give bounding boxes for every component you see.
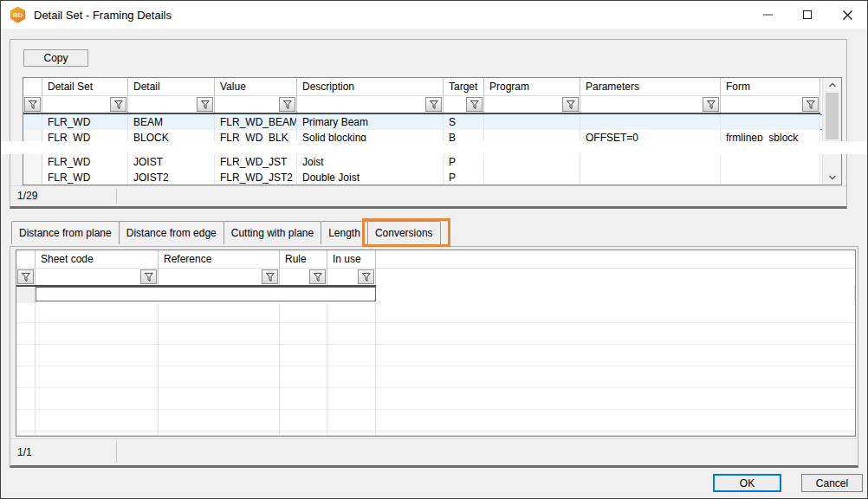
filter-cell[interactable] [444,95,484,113]
filter-cell[interactable] [159,268,280,285]
cell-detail-set[interactable]: FLR_WD [42,154,128,170]
cell-detail[interactable]: JOIST2 [128,170,215,185]
ok-button[interactable]: OK [713,474,781,492]
cell-parameters[interactable] [580,154,721,170]
empty-row[interactable] [16,345,855,366]
filter-cell[interactable] [484,95,580,113]
filter-funnel-icon [21,272,31,282]
tab-conversions[interactable]: Conversions [367,221,441,244]
filter-cell[interactable] [297,95,444,113]
cell-detail-set[interactable]: FLR_WD [42,114,128,130]
column-header-reference[interactable]: Reference [159,250,280,268]
filter-cell[interactable] [721,95,820,113]
filter-cell[interactable] [280,268,327,285]
cell-detail[interactable]: JOIST [128,154,215,170]
filter-cell[interactable] [580,95,721,113]
empty-row[interactable] [16,366,855,388]
filter-button[interactable] [262,269,278,284]
cell-detail[interactable]: BEAM [128,114,215,130]
table-row[interactable]: FLR_WD JOIST FLR_WD_JST Joist P [23,154,841,170]
column-header-sheet-code[interactable]: Sheet code [36,250,159,268]
details-table: Detail Set Detail Value Description Targ… [23,77,842,185]
minimize-button[interactable] [748,1,787,29]
conversions-table: Sheet code Reference Rule In use [16,250,856,437]
empty-row[interactable] [16,410,855,431]
cell-target[interactable]: P [444,154,484,170]
column-header-program[interactable]: Program [484,78,580,95]
cell-form[interactable] [721,114,820,130]
row-selector-cell[interactable] [23,114,42,130]
filter-button[interactable] [279,97,295,112]
filter-button[interactable] [197,97,213,112]
column-header-value[interactable]: Value [215,78,297,95]
cell-program[interactable] [484,114,580,130]
filter-button[interactable] [466,97,483,112]
row-selector-cell[interactable] [16,287,35,303]
filter-button[interactable] [358,269,374,284]
filter-button[interactable] [703,97,719,112]
filter-button[interactable] [562,97,579,112]
cell-description[interactable]: Joist [297,154,444,170]
maximize-icon [803,10,812,19]
cell-program[interactable] [484,170,580,185]
tab-cutting-with-plane[interactable]: Cutting with plane [223,221,321,244]
filter-button[interactable] [802,97,819,112]
vertical-scrollbar[interactable] [822,78,841,185]
filter-button[interactable] [110,97,126,112]
filter-cell[interactable] [327,268,376,285]
filter-button[interactable] [17,269,34,284]
column-header-in-use[interactable]: In use [327,250,376,268]
cell-target[interactable]: S [444,114,484,130]
cell-form[interactable] [721,154,820,170]
cancel-button[interactable]: Cancel [801,474,863,492]
filter-cell[interactable] [42,95,128,113]
tab-distance-from-plane[interactable]: Distance from plane [11,221,120,244]
filter-button[interactable] [24,97,41,112]
cell-form[interactable] [721,170,820,185]
tab-length[interactable]: Length [321,221,368,244]
tab-distance-from-edge[interactable]: Distance from edge [119,221,224,244]
cell-description[interactable]: Double Joist [297,170,444,185]
cell-detail-set[interactable]: FLR_WD [42,170,128,185]
filter-cell [23,95,42,113]
cell-target[interactable]: P [444,170,484,185]
column-header-parameters[interactable]: Parameters [580,78,721,95]
maximize-button[interactable] [787,1,827,29]
close-button[interactable] [827,1,867,29]
column-header-detail-set[interactable]: Detail Set [42,78,128,95]
column-header-description[interactable]: Description [297,78,444,95]
cell-value[interactable]: FLR_WD_JST2 [215,170,297,185]
empty-row[interactable] [16,431,855,435]
row-selector-cell[interactable] [23,154,42,170]
cell-parameters[interactable] [580,114,721,130]
column-header-rule[interactable]: Rule [280,250,327,268]
titlebar: BD Detail Set - Framing Details [1,1,867,29]
empty-row[interactable] [16,388,855,410]
cell-parameters[interactable] [580,170,721,185]
filter-cell[interactable] [36,268,159,285]
copy-button[interactable]: Copy [23,49,88,67]
table-row[interactable]: FLR_WD JOIST2 FLR_WD_JST2 Double Joist P [23,170,841,185]
filter-button[interactable] [309,269,326,284]
grid-line [279,303,280,436]
table-row[interactable]: FLR_WD BEAM FLR_WD_BEAM Primary Beam S [23,114,841,130]
empty-row[interactable] [16,323,855,345]
cell-value[interactable]: FLR_WD_BEAM [215,114,297,130]
column-header-target[interactable]: Target [444,78,484,95]
cell-description[interactable]: Primary Beam [297,114,444,130]
cell-program[interactable] [484,154,580,170]
conversions-table-header: Sheet code Reference Rule In use [16,250,855,268]
filter-cell[interactable] [128,95,215,113]
row-selector-cell[interactable] [23,170,42,185]
filter-button[interactable] [425,97,442,112]
scroll-down-button[interactable] [823,171,842,185]
column-header-form[interactable]: Form [721,78,820,95]
new-row-selected[interactable] [36,287,376,301]
scroll-up-button[interactable] [823,78,842,92]
filter-button[interactable] [140,269,157,284]
column-header-detail[interactable]: Detail [128,78,215,95]
filter-cell[interactable] [215,95,297,113]
empty-row[interactable] [16,301,855,323]
scrollbar-thumb[interactable] [826,93,839,139]
cell-value[interactable]: FLR_WD_JST [215,154,297,170]
